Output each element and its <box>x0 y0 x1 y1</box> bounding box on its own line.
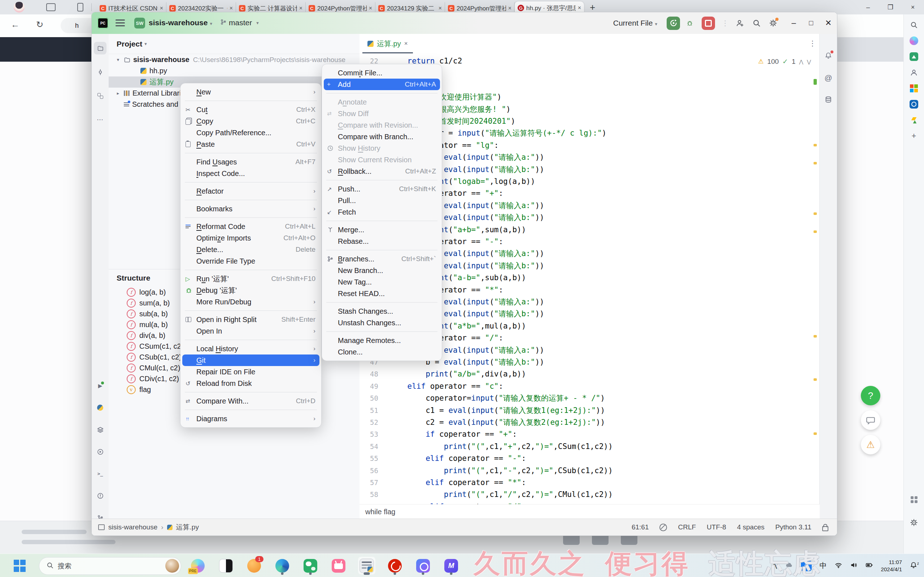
tab-close-icon[interactable]: × <box>508 5 512 11</box>
toolbar-more-icon[interactable]: ⋮ <box>722 19 729 27</box>
tab-close-icon[interactable]: × <box>229 5 233 11</box>
menu-item-inspect-code[interactable]: Inspect Code... <box>181 168 321 179</box>
browser-profile-avatar[interactable] <box>14 2 24 13</box>
main-menu-icon[interactable] <box>115 19 125 27</box>
debug-button[interactable] <box>685 18 695 28</box>
float-report-button[interactable]: ⚠ <box>861 435 880 455</box>
taskbar-bilibili-icon[interactable] <box>330 557 347 574</box>
taskbar-pycharm-icon[interactable] <box>358 557 375 574</box>
sidebar-outlook-icon[interactable] <box>908 99 919 110</box>
menu-item-bookmarks[interactable]: Bookmarks› <box>181 203 321 214</box>
menu-item-find-usages[interactable]: Find UsagesAlt+F7 <box>181 156 321 168</box>
project-selector[interactable]: sisis-warehouse▾ <box>149 18 212 27</box>
menu-item-clone[interactable]: Clone... <box>322 346 442 358</box>
browser-close-button[interactable]: × <box>901 3 924 11</box>
float-help-button[interactable]: ? <box>861 386 880 405</box>
menu-item-merge[interactable]: Merge... <box>322 224 442 235</box>
browser-restore-button[interactable]: ❐ <box>879 3 901 11</box>
editor-tab[interactable]: 运算.py × <box>362 34 413 53</box>
stop-button[interactable] <box>702 16 715 30</box>
indent-style[interactable]: 4 spaces <box>737 523 764 531</box>
menu-item-new-tag[interactable]: New Tag... <box>322 276 442 288</box>
add-user-icon[interactable] <box>735 18 745 28</box>
code-line[interactable]: 54 print("(",c1,"+",c2,")=",CSum(c1,c2)) <box>360 440 820 453</box>
code-line[interactable]: 51 c1 = eval(input("请输入复数1(eg:1+2j):")) <box>360 404 820 416</box>
line-number[interactable]: 49 <box>360 382 389 390</box>
menu-item-unstash-changes[interactable]: Unstash Changes... <box>322 317 442 329</box>
refresh-icon[interactable]: ↻ <box>36 19 43 29</box>
search-icon[interactable] <box>752 18 761 28</box>
battery-icon[interactable] <box>865 561 873 570</box>
menu-item-show-history[interactable]: Show History <box>322 142 442 154</box>
menu-item-manage-remotes[interactable]: Manage Remotes... <box>322 335 442 346</box>
tab-close-icon[interactable]: × <box>578 5 581 11</box>
taskbar-wechat-icon[interactable] <box>302 557 319 574</box>
menu-item-reformat-code[interactable]: Reformat CodeCtrl+Alt+L <box>181 221 321 232</box>
stripe-play-circle-icon[interactable] <box>94 445 107 458</box>
sidebar-search-icon[interactable] <box>908 19 919 30</box>
caret-position[interactable]: 61:61 <box>632 523 649 531</box>
sidebar-profile-icon[interactable] <box>908 67 919 78</box>
line-number[interactable]: 56 <box>360 467 389 475</box>
menu-item-rebase[interactable]: Rebase... <box>322 235 442 247</box>
menu-item-diagrams[interactable]: ↑↑Diagrams› <box>181 413 321 424</box>
menu-item-fetch[interactable]: ↙Fetch <box>322 206 442 218</box>
menu-item-branches[interactable]: Branches...Ctrl+Shift+` <box>322 253 442 265</box>
taskbar-edge-icon[interactable] <box>274 557 291 574</box>
code-line[interactable]: 50 coperator=input("请输入复数的运算+ - * /") <box>360 392 820 404</box>
project-panel-header[interactable]: Project▾ <box>109 34 360 54</box>
code-line[interactable]: 49 elif operator == "c": <box>360 380 820 392</box>
settings-gear-icon[interactable] <box>769 18 778 28</box>
menu-item-paste[interactable]: PasteCtrl+V <box>181 139 321 150</box>
branch-selector[interactable]: master▾ <box>220 18 259 27</box>
menu-item-open-in-right-split[interactable]: Open in Right SplitShift+Enter <box>181 314 321 325</box>
menu-item-push[interactable]: ↗Push...Ctrl+Shift+K <box>322 183 442 195</box>
inspections-widget[interactable]: ⚠ 100 ✓ 1 ⋀ ⋁ <box>758 57 811 66</box>
sidebar-copilot-icon[interactable] <box>908 35 919 46</box>
code-line[interactable]: 52 c2 = eval(input("请输入复数2(eg:1+2j):")) <box>360 416 820 429</box>
tab-close-icon[interactable]: × <box>439 5 442 11</box>
pycharm-close-button[interactable]: ✕ <box>820 18 837 28</box>
highlighting-level-icon[interactable] <box>659 524 667 531</box>
line-number[interactable]: 55 <box>360 455 389 462</box>
sidebar-image-creator-icon[interactable] <box>908 51 919 62</box>
readonly-lock-icon[interactable] <box>822 526 828 531</box>
clock[interactable]: 11:072024/4/1 <box>881 559 902 573</box>
sidebar-settings-icon[interactable] <box>908 517 919 528</box>
menu-item-new-branch[interactable]: New Branch... <box>322 265 442 276</box>
run-config-selector[interactable]: Current File▾ <box>613 19 657 27</box>
menu-item-compare-with[interactable]: ⇄Compare With...Ctrl+D <box>181 395 321 407</box>
sidebar-apps-icon[interactable] <box>908 494 919 505</box>
tree-chevron-icon[interactable]: ▸ <box>115 90 122 96</box>
menu-item-show-current-revision[interactable]: Show Current Revision <box>322 154 442 166</box>
volume-icon[interactable] <box>850 561 857 570</box>
menu-item-git[interactable]: Git› <box>182 355 320 366</box>
browser-minimize-button[interactable]: – <box>857 3 879 11</box>
line-number[interactable]: 52 <box>360 418 389 426</box>
menu-item-override-file-type[interactable]: Override File Type <box>181 255 321 267</box>
menu-item-refactor[interactable]: Refactor› <box>181 185 321 197</box>
menu-item-stash-changes[interactable]: Stash Changes... <box>322 305 442 317</box>
editor-breadcrumb[interactable]: while flag <box>360 504 820 519</box>
line-number[interactable]: 48 <box>360 370 389 378</box>
menu-item-compare-with-revision[interactable]: Compare with Revision... <box>322 119 442 131</box>
line-number[interactable]: 58 <box>360 490 389 498</box>
stripe-services-icon[interactable] <box>94 423 107 436</box>
tab-close-icon[interactable]: × <box>404 40 408 47</box>
taskbar-netease-music-icon[interactable] <box>386 557 404 574</box>
stripe-folder-icon[interactable] <box>94 42 107 55</box>
notification-bell-icon[interactable]: z <box>910 561 919 570</box>
menu-item-commit-file[interactable]: Commit File... <box>322 67 442 79</box>
menu-item-optimize-imports[interactable]: Optimize ImportsCtrl+Alt+O <box>181 232 321 244</box>
line-number[interactable]: 53 <box>360 430 389 438</box>
menu-item-cut[interactable]: ✂CutCtrl+X <box>181 104 321 115</box>
menu-item-reload-from-disk[interactable]: ↺Reload from Disk <box>181 377 321 389</box>
interpreter[interactable]: Python 3.11 <box>775 523 811 531</box>
code-line[interactable]: 57 elif coperator == "*": <box>360 476 820 488</box>
taskbar-photos-icon[interactable] <box>414 557 432 574</box>
new-tab-button[interactable]: + <box>590 2 595 13</box>
pycharm-maximize-button[interactable]: □ <box>802 19 820 27</box>
code-line[interactable]: 48 print("a/b=",div(a,b)) <box>360 368 820 380</box>
sidebar-add-icon[interactable]: + <box>908 131 919 141</box>
mentions-icon[interactable]: @ <box>822 72 834 84</box>
